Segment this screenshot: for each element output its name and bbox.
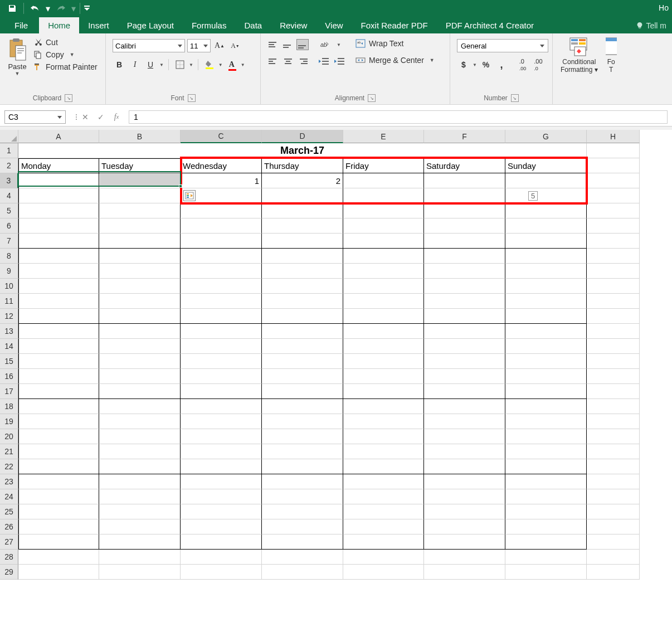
tab-formulas[interactable]: Formulas — [183, 17, 236, 33]
cell-H1[interactable] — [587, 143, 640, 158]
increase-indent-button[interactable] — [333, 56, 347, 67]
cell-A7[interactable] — [18, 234, 99, 249]
wrap-text-button[interactable]: ab Wrap Text — [356, 39, 435, 48]
cell-D12[interactable] — [262, 309, 343, 324]
cell-E27[interactable] — [343, 534, 424, 550]
cell-B15[interactable] — [99, 354, 181, 369]
cell-B8[interactable] — [99, 249, 181, 264]
formula-bar[interactable]: 1 — [129, 110, 668, 124]
cell-G27[interactable] — [505, 534, 587, 550]
row-header-10[interactable]: 10 — [0, 279, 18, 294]
tab-insert[interactable]: Insert — [79, 17, 118, 33]
row-header-21[interactable]: 21 — [0, 444, 18, 459]
cell-B28[interactable] — [99, 550, 181, 565]
format-painter-button[interactable]: Format Painter — [33, 62, 98, 71]
cell-A20[interactable] — [18, 429, 99, 444]
cell-E18[interactable] — [343, 399, 424, 414]
align-top-button[interactable] — [267, 39, 280, 50]
cell-D16[interactable] — [262, 369, 343, 384]
cell-D7[interactable] — [262, 234, 343, 249]
cell-C27[interactable] — [181, 534, 262, 550]
increase-font-button[interactable]: A▲ — [213, 39, 226, 52]
cell-C12[interactable] — [181, 309, 262, 324]
cell-B18[interactable] — [99, 399, 181, 414]
cell-A8[interactable] — [18, 249, 99, 264]
cell-G26[interactable] — [505, 519, 587, 534]
cell-D21[interactable] — [262, 444, 343, 459]
cell-B12[interactable] — [99, 309, 181, 324]
cell-C11[interactable] — [181, 294, 262, 309]
cell-F8[interactable] — [424, 249, 505, 264]
cell-F27[interactable] — [424, 534, 505, 550]
cell-H7[interactable] — [587, 234, 640, 249]
cell-B23[interactable] — [99, 474, 181, 489]
row-header-26[interactable]: 26 — [0, 519, 18, 534]
percent-format-button[interactable]: % — [479, 58, 493, 71]
enter-formula-button[interactable]: ✓ — [93, 110, 109, 124]
cell-A16[interactable] — [18, 369, 99, 384]
cell-E9[interactable] — [343, 264, 424, 279]
cell-G10[interactable] — [505, 279, 587, 294]
cell-F3[interactable] — [424, 173, 505, 188]
row-header-2[interactable]: 2 — [0, 158, 18, 173]
cell-C16[interactable] — [181, 369, 262, 384]
cell-B27[interactable] — [99, 534, 181, 550]
row-header-22[interactable]: 22 — [0, 459, 18, 474]
cell-F4[interactable] — [424, 188, 505, 203]
cell-D6[interactable] — [262, 218, 343, 234]
fill-color-button[interactable] — [203, 58, 216, 71]
conditional-formatting-button[interactable]: ConditionalFormatting ▾ — [557, 36, 601, 75]
cell-G17[interactable] — [505, 384, 587, 399]
cell-F24[interactable] — [424, 489, 505, 504]
name-box-dropdown-icon[interactable] — [57, 116, 62, 119]
cell-E2[interactable]: Friday — [343, 158, 424, 173]
cell-F13[interactable] — [424, 324, 505, 339]
cell-C29[interactable] — [181, 565, 262, 580]
cell-D2[interactable]: Thursday — [262, 158, 343, 173]
undo-icon[interactable] — [26, 1, 44, 16]
column-header-C[interactable]: C — [181, 130, 262, 143]
cell-C3[interactable]: 1 — [181, 173, 262, 188]
cell-H17[interactable] — [587, 384, 640, 399]
cell-F10[interactable] — [424, 279, 505, 294]
cell-D5[interactable] — [262, 203, 343, 218]
cell-H28[interactable] — [587, 550, 640, 565]
cell-C9[interactable] — [181, 264, 262, 279]
cell-D20[interactable] — [262, 429, 343, 444]
cell-A11[interactable] — [18, 294, 99, 309]
cell-E7[interactable] — [343, 234, 424, 249]
cell-B26[interactable] — [99, 519, 181, 534]
cell-C5[interactable] — [181, 203, 262, 218]
row-header-29[interactable]: 29 — [0, 565, 18, 580]
cell-C10[interactable] — [181, 279, 262, 294]
row-header-5[interactable]: 5 — [0, 203, 18, 218]
cell-A18[interactable] — [18, 399, 99, 414]
cell-A1[interactable]: March-17 — [18, 143, 587, 158]
cell-B14[interactable] — [99, 339, 181, 354]
column-header-E[interactable]: E — [343, 130, 424, 143]
tab-page-layout[interactable]: Page Layout — [118, 17, 183, 33]
row-header-20[interactable]: 20 — [0, 429, 18, 444]
cell-F20[interactable] — [424, 429, 505, 444]
cell-B29[interactable] — [99, 565, 181, 580]
cell-B11[interactable] — [99, 294, 181, 309]
cell-D18[interactable] — [262, 399, 343, 414]
number-format-combo[interactable]: General — [457, 39, 548, 52]
align-right-button[interactable] — [296, 56, 309, 67]
cell-E25[interactable] — [343, 504, 424, 519]
row-header-6[interactable]: 6 — [0, 218, 18, 234]
cell-B20[interactable] — [99, 429, 181, 444]
cell-D24[interactable] — [262, 489, 343, 504]
cell-G3[interactable] — [505, 173, 587, 188]
cell-E16[interactable] — [343, 369, 424, 384]
cell-H10[interactable] — [587, 279, 640, 294]
cell-F18[interactable] — [424, 399, 505, 414]
cell-D28[interactable] — [262, 550, 343, 565]
cell-G6[interactable] — [505, 218, 587, 234]
cell-H18[interactable] — [587, 399, 640, 414]
row-header-11[interactable]: 11 — [0, 294, 18, 309]
align-middle-button[interactable] — [282, 39, 294, 50]
cell-F2[interactable]: Saturday — [424, 158, 505, 173]
cell-D11[interactable] — [262, 294, 343, 309]
column-header-F[interactable]: F — [424, 130, 505, 143]
